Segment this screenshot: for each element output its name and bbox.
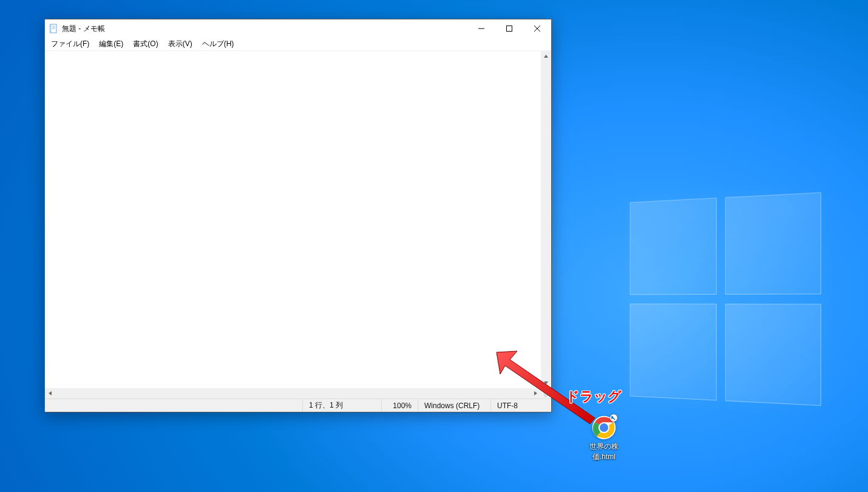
status-empty (45, 399, 302, 412)
statusbar: 1 行、1 列 100% Windows (CRLF) UTF-8 (45, 398, 551, 412)
status-line-ending: Windows (CRLF) (418, 399, 490, 412)
menu-help[interactable]: ヘルプ(H) (197, 38, 239, 50)
menubar: ファイル(F) 編集(E) 書式(O) 表示(V) ヘルプ(H) (45, 38, 551, 51)
svg-rect-6 (507, 26, 512, 32)
horizontal-scrollbar[interactable] (45, 388, 551, 398)
menu-file[interactable]: ファイル(F) (46, 38, 94, 50)
scroll-left-icon[interactable] (45, 388, 55, 398)
status-encoding: UTF-8 (490, 399, 551, 412)
svg-point-15 (600, 423, 608, 432)
window-title: 無題 - メモ帳 (62, 24, 105, 34)
scroll-up-icon[interactable] (541, 51, 551, 61)
svg-rect-1 (50, 25, 51, 32)
scroll-down-icon[interactable] (541, 378, 551, 388)
close-button[interactable] (523, 19, 551, 38)
scroll-right-icon[interactable] (531, 388, 541, 398)
desktop-file-label: 世界の株価.html (580, 442, 628, 462)
menu-view[interactable]: 表示(V) (163, 38, 197, 50)
editor-area (45, 51, 551, 388)
hscroll-track[interactable] (55, 388, 531, 398)
status-zoom: 100% (381, 399, 418, 412)
shortcut-arrow-icon (609, 414, 618, 422)
text-editor[interactable] (45, 51, 541, 388)
status-position: 1 行、1 列 (302, 399, 381, 412)
titlebar[interactable]: 無題 - メモ帳 (45, 19, 551, 38)
vertical-scrollbar[interactable] (541, 51, 551, 388)
minimize-button[interactable] (467, 19, 495, 38)
windows-logo (630, 192, 824, 409)
vscroll-track[interactable] (541, 61, 551, 378)
svg-marker-10 (544, 381, 548, 384)
resize-grip-icon[interactable] (541, 388, 551, 398)
desktop-file-icon[interactable]: 世界の株価.html (580, 415, 628, 462)
desktop[interactable]: 無題 - メモ帳 ファイル(F) 編集(E) 書式(O) 表示(V) ヘルプ(H… (0, 0, 868, 492)
svg-marker-9 (544, 55, 548, 58)
notepad-window[interactable]: 無題 - メモ帳 ファイル(F) 編集(E) 書式(O) 表示(V) ヘルプ(H… (44, 19, 552, 412)
annotation-label: ドラッグ (566, 388, 622, 406)
chrome-html-icon (591, 415, 617, 440)
svg-marker-11 (49, 391, 52, 395)
svg-marker-12 (534, 391, 537, 395)
menu-edit[interactable]: 編集(E) (94, 38, 128, 50)
notepad-icon (49, 24, 58, 33)
menu-format[interactable]: 書式(O) (128, 38, 163, 50)
maximize-button[interactable] (495, 19, 523, 38)
